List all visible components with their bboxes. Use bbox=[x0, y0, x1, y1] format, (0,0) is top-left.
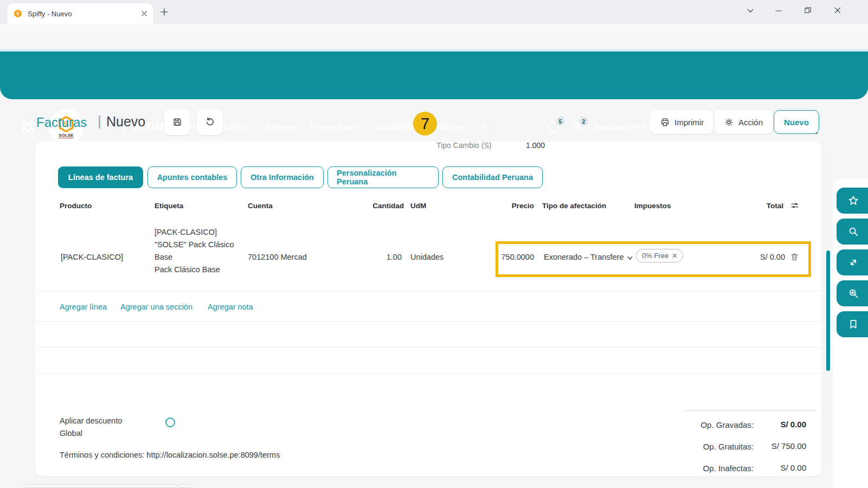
browser-tab[interactable]: S Spiffy - Nuevo bbox=[8, 3, 153, 24]
breadcrumb-nuevo: Nuevo bbox=[106, 114, 145, 130]
action-button[interactable]: Acción bbox=[714, 110, 773, 134]
new-tab-icon[interactable] bbox=[160, 8, 168, 16]
col-tipo-afectacion[interactable]: Tipo de afectación bbox=[542, 202, 606, 210]
menu-proveedores[interactable]: Proveedores bbox=[310, 123, 358, 131]
svg-text:S: S bbox=[16, 11, 20, 16]
col-precio[interactable]: Precio bbox=[483, 202, 534, 210]
optional-columns-icon[interactable] bbox=[790, 201, 800, 210]
tab-otra-informacion[interactable]: Otra Información bbox=[241, 166, 324, 188]
expand-arrows-icon bbox=[847, 256, 859, 268]
save-icon bbox=[172, 117, 183, 127]
timer-badge: 2 bbox=[579, 117, 588, 126]
search-icon bbox=[847, 226, 859, 237]
breadcrumb-separator: | bbox=[98, 113, 101, 130]
annotation-highlight-box bbox=[496, 241, 811, 277]
favorites-fab[interactable] bbox=[837, 188, 868, 214]
menu-clientes[interactable]: Clientes bbox=[266, 123, 296, 131]
agregar-linea-link[interactable]: Agregar línea bbox=[60, 303, 107, 311]
tab-contabilidad-peruana[interactable]: Contabilidad Peruana bbox=[442, 166, 543, 188]
agregar-nota-link[interactable]: Agregar nota bbox=[208, 303, 253, 311]
col-cuenta[interactable]: Cuenta bbox=[248, 202, 273, 210]
printer-icon bbox=[660, 117, 670, 127]
search-fab[interactable] bbox=[837, 219, 868, 245]
tab-personalizacion-peruana[interactable]: Personalización Peruana bbox=[327, 166, 439, 188]
new-label: Nuevo bbox=[784, 118, 809, 127]
col-total[interactable]: Total bbox=[735, 202, 783, 210]
browser-tab-strip: S Spiffy - Nuevo bbox=[0, 0, 868, 24]
menu-informes[interactable]: Informes bbox=[434, 123, 467, 131]
solse-favicon: S bbox=[13, 9, 23, 18]
app-navbar: S SOLSE Facturacion Tablero Clientes Pro… bbox=[0, 52, 868, 99]
browser-window: S Spiffy - Nuevo localizacion.solse.pe/w… bbox=[0, 0, 868, 488]
agregar-seccion-link[interactable]: Agregar una sección bbox=[120, 303, 192, 311]
discard-button[interactable] bbox=[197, 109, 223, 135]
apps-grid-icon[interactable] bbox=[18, 118, 38, 137]
row-divider bbox=[35, 291, 821, 291]
close-window-icon[interactable] bbox=[833, 5, 843, 15]
row-divider bbox=[35, 347, 821, 348]
etiqueta-line: [PACK-CLASICO] bbox=[155, 226, 234, 239]
op-inafectas-label: Op. Inafectas: bbox=[645, 464, 754, 473]
tab-label: Contabilidad Peruana bbox=[452, 173, 533, 182]
menu-contabilidad[interactable]: Contabilidad bbox=[371, 123, 419, 131]
col-etiqueta[interactable]: Etiqueta bbox=[155, 202, 183, 210]
tab-label: Apuntes contables bbox=[157, 173, 228, 182]
tab-search-chevron-icon[interactable] bbox=[745, 6, 755, 16]
print-label: Imprimir bbox=[674, 118, 704, 127]
vertical-scrollbar-thumb[interactable] bbox=[826, 251, 830, 371]
tab-lineas-de-factura[interactable]: Líneas de factura bbox=[58, 166, 143, 188]
tab-label: Líneas de factura bbox=[68, 173, 133, 182]
op-gratuitas-value: S/ 750.00 bbox=[757, 441, 806, 451]
tab-close-icon[interactable] bbox=[141, 10, 147, 17]
annotation-number: 7 bbox=[421, 115, 429, 133]
op-gratuitas-label: Op. Gratuitas: bbox=[645, 442, 754, 451]
undo-icon bbox=[204, 117, 215, 127]
op-inafectas-value: S/ 0.00 bbox=[757, 463, 806, 472]
col-udm[interactable]: UdM bbox=[410, 202, 426, 210]
invoice-form-card: Tipo Cambio (S) 1.000 Líneas de factura … bbox=[35, 142, 821, 476]
col-producto[interactable]: Producto bbox=[60, 202, 92, 210]
col-impuestos[interactable]: Impuestos bbox=[634, 202, 671, 210]
chat-badge: 5 bbox=[556, 117, 565, 126]
minimize-icon[interactable] bbox=[774, 6, 783, 16]
cell-udm[interactable]: Unidades bbox=[410, 253, 443, 261]
action-label: Acción bbox=[738, 118, 763, 127]
zoom-in-icon bbox=[847, 287, 859, 299]
browser-toolbar: localizacion.solse.pe/web#menu_id=435&ac… bbox=[0, 24, 868, 49]
cell-cuenta[interactable]: 7012100 Mercad bbox=[248, 253, 307, 261]
tab-label: Otra Información bbox=[250, 173, 314, 182]
tab-apuntes-contables[interactable]: Apuntes contables bbox=[147, 166, 237, 188]
discount-label-line1: Aplicar descuento bbox=[60, 416, 122, 425]
cell-etiqueta[interactable]: [PACK-CLASICO] "SOLSE" Pack Clásico Base… bbox=[155, 226, 234, 276]
annotation-badge-7: 7 bbox=[413, 112, 437, 136]
menu-more[interactable]: + bbox=[482, 122, 487, 133]
discount-checkbox[interactable] bbox=[165, 418, 175, 427]
etiqueta-line: Pack Clásico Base bbox=[155, 264, 234, 276]
tab-label: Personalización Peruana bbox=[337, 169, 429, 186]
etiqueta-line: "SOLSE" Pack Clásico bbox=[155, 239, 234, 251]
new-button[interactable]: Nuevo bbox=[774, 110, 819, 134]
expand-fab[interactable] bbox=[837, 249, 868, 275]
horizontal-scrollbar-segment[interactable] bbox=[177, 484, 192, 487]
horizontal-scrollbar[interactable] bbox=[24, 484, 176, 487]
etiqueta-line: Base bbox=[155, 251, 234, 264]
bookmark-fab[interactable] bbox=[837, 311, 868, 337]
print-button[interactable]: Imprimir bbox=[650, 110, 713, 134]
logo-text: SOLSE bbox=[59, 133, 73, 139]
save-button[interactable] bbox=[164, 109, 190, 135]
cell-cantidad[interactable]: 1.00 bbox=[336, 253, 402, 261]
menu-tablero[interactable]: Tablero bbox=[221, 123, 249, 131]
terms-text: Términos y condiciones: http://localizac… bbox=[60, 451, 280, 459]
op-gravadas-label: Op. Gravadas: bbox=[645, 420, 754, 429]
breadcrumb-facturas[interactable]: Facturas bbox=[36, 115, 87, 130]
exchange-rate-value[interactable]: 1.000 bbox=[526, 142, 545, 150]
restore-icon[interactable] bbox=[803, 5, 813, 15]
cell-producto[interactable]: [PACK-CLASICO] bbox=[61, 253, 123, 261]
bookmark-icon bbox=[847, 318, 859, 330]
op-gravadas-value: S/ 0.00 bbox=[757, 420, 806, 429]
col-cantidad[interactable]: Cantidad bbox=[336, 202, 404, 210]
tab-title: Spiffy - Nuevo bbox=[28, 10, 141, 18]
row-divider bbox=[35, 373, 821, 374]
zoom-fab[interactable] bbox=[837, 280, 868, 306]
exchange-rate-label: Tipo Cambio (S) bbox=[436, 142, 491, 150]
